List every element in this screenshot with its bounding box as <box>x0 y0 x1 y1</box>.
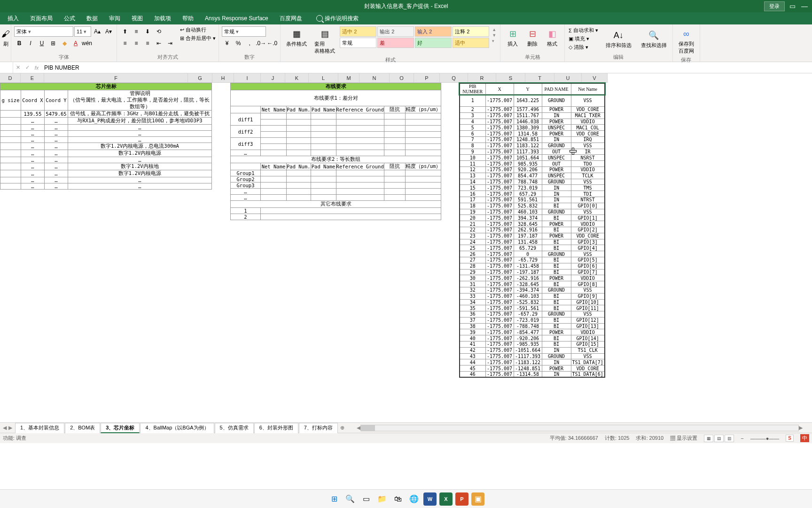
align-left-icon[interactable]: ≡ <box>120 38 130 48</box>
sheet-nav-buttons[interactable]: ◀▶ <box>0 425 15 431</box>
style-good[interactable]: 好 <box>415 38 452 48</box>
clear-button[interactable]: ◇ 清除 ▾ <box>568 43 599 51</box>
enter-formula-icon[interactable]: ✓ <box>23 64 32 71</box>
gallery-up-icon[interactable]: ▲ <box>492 27 496 32</box>
style-normal[interactable]: 常规 <box>340 38 376 48</box>
sheet-tab[interactable]: 4、BallMap（以BGA为例） <box>140 423 214 433</box>
name-box[interactable] <box>0 62 13 73</box>
column-header[interactable]: N <box>359 73 390 83</box>
font-color-button[interactable]: A <box>70 38 81 48</box>
decrease-font-icon[interactable]: A▾ <box>103 26 114 37</box>
table-row[interactable]: 6-1775.0071314.58POWERVDD_CORE <box>460 131 605 137</box>
table-row[interactable]: 8-1775.0071183.122GROUNDVSS <box>460 143 605 149</box>
fx-icon[interactable]: fx <box>32 65 41 71</box>
table-row[interactable]: 33-1775.007-460.103BIGPIO[9] <box>460 293 605 299</box>
table-row[interactable]: 28-1775.007-131.458BIGPIO[6] <box>460 263 605 269</box>
zoom-out-icon[interactable]: − <box>741 436 743 441</box>
table-row[interactable]: 3-1775.0071511.767INMAC1_TXER <box>460 112 605 119</box>
table-row[interactable]: 5-1775.0071380.309UNSPECMAC1_COL <box>460 125 605 131</box>
column-header[interactable]: V <box>582 73 608 83</box>
format-painter-button[interactable]: 🖌刷 <box>3 26 8 48</box>
table-row[interactable]: 1-1775.0071643.225GROUNDVSS <box>460 95 605 107</box>
table-row[interactable]: 42-1775.007-1051.664INTS1_CLK <box>460 347 605 353</box>
delete-cells-button[interactable]: ⊟删除 <box>523 26 542 48</box>
column-header[interactable]: K <box>285 73 309 83</box>
login-button[interactable]: 登录 <box>764 1 785 11</box>
column-header[interactable]: P <box>414 73 440 83</box>
ime-indicator[interactable]: S <box>786 435 794 442</box>
tab-baidu[interactable]: 百度网盘 <box>274 12 308 24</box>
underline-button[interactable]: U <box>37 38 47 48</box>
table-row[interactable]: 20-1775.007394.374BIGPIO[1] <box>460 215 605 221</box>
table-row[interactable]: 4-1775.0071446.038POWERVDDIO <box>460 119 605 125</box>
table-row[interactable]: 37-1775.007-723.019BIGPIO[12] <box>460 317 605 323</box>
table-row[interactable]: 27-1775.007-65.729BIGPIO[5] <box>460 257 605 263</box>
column-header[interactable]: S <box>496 73 525 83</box>
normal-view-icon[interactable]: ▦ <box>704 435 713 442</box>
column-header[interactable]: M <box>338 73 359 83</box>
table-row[interactable]: 16-1775.007657.29INTDI <box>460 191 605 197</box>
sort-filter-button[interactable]: A↓排序和筛选 <box>603 26 634 51</box>
gallery-more-icon[interactable]: ▾ <box>492 39 496 43</box>
indent-inc-icon[interactable]: ⇥ <box>165 38 175 48</box>
column-header[interactable]: H <box>212 73 234 83</box>
table-row[interactable]: 38-1775.007-788.748BIGPIO[13] <box>460 323 605 329</box>
column-header[interactable]: G <box>188 73 212 83</box>
table-row[interactable]: 21-1775.007328.645POWERVDDIO <box>460 221 605 227</box>
routing-req-table[interactable]: 布线要求 布线要求1：差分对 Net NamePad Num. Pad Name… <box>230 83 441 220</box>
table-row[interactable]: 45-1775.007-1248.851POWERVDD_CORE <box>460 365 605 372</box>
italic-button[interactable]: I <box>25 38 36 48</box>
align-center-icon[interactable]: ≡ <box>131 38 141 48</box>
table-row[interactable]: 24-1775.007131.458BIGPIO[3] <box>460 239 605 245</box>
column-headers[interactable]: DEFGHIJKLMNOPQRSTUV <box>0 73 812 83</box>
page-layout-view-icon[interactable]: ▤ <box>714 435 724 442</box>
table-row[interactable]: 44-1775.007-1183.122INTS1_DATA[7] <box>460 359 605 365</box>
bold-button[interactable]: B <box>14 38 24 48</box>
table-row[interactable]: 30-1775.007-262.916POWERVDDIO <box>460 275 605 281</box>
style-neutral2[interactable]: 适中 2 <box>340 26 376 37</box>
increase-font-icon[interactable]: A▴ <box>92 26 102 37</box>
sheet-tab[interactable]: 1、基本封装信息 <box>15 423 64 433</box>
table-row[interactable]: 9-1775.0071117.393OUTIR <box>460 149 605 155</box>
horizontal-scrollbar[interactable]: ◀ ▶ <box>347 425 812 431</box>
table-row[interactable]: 11-1775.007985.935OUTTDO <box>460 161 605 167</box>
style-output2[interactable]: 输出 2 <box>377 26 414 37</box>
orientation-icon[interactable]: ⟲ <box>154 26 164 37</box>
table-row[interactable]: 22-1775.007262.916BIGPIO[2] <box>460 227 605 233</box>
border-button[interactable]: ⊞ <box>48 38 58 48</box>
sheet-tab[interactable]: 5、仿真需求 <box>215 423 254 433</box>
table-row[interactable]: 26-1775.0070GROUNDVSS <box>460 251 605 257</box>
align-top-icon[interactable]: ⬆ <box>120 26 130 37</box>
column-header[interactable]: U <box>554 73 582 83</box>
font-size-combo[interactable]: 11▾ <box>74 26 91 37</box>
sheet-tab[interactable]: 7、打标内容 <box>299 423 338 433</box>
table-row[interactable]: 23-1775.007197.187POWERVDD_CORE <box>460 233 605 239</box>
save-baidu-button[interactable]: ∞保存到 百度网 <box>676 26 697 56</box>
table-row[interactable]: 40-1775.007-920.206BIGPIO[14] <box>460 335 605 341</box>
column-header[interactable]: Q <box>440 73 468 83</box>
gallery-down-icon[interactable]: ▼ <box>492 33 496 38</box>
sheet-tab[interactable]: 6、封装外形图 <box>254 423 298 433</box>
table-row[interactable]: 36-1775.007-657.29GROUNDVSS <box>460 311 605 318</box>
column-header[interactable]: T <box>525 73 554 83</box>
style-input2[interactable]: 输入 2 <box>415 26 452 37</box>
align-right-icon[interactable]: ≡ <box>142 38 153 48</box>
table-row[interactable]: 14-1775.007788.748GROUNDVSS <box>460 179 605 185</box>
table-row[interactable]: 12-1775.007920.206POWERVDDIO <box>460 167 605 173</box>
column-header[interactable]: E <box>21 73 44 83</box>
table-row[interactable]: 2-1775.0071577.496POWERVDD_CORE <box>460 107 605 113</box>
tab-ansys[interactable]: Ansys Response Surface <box>199 12 274 24</box>
table-row[interactable]: 34-1775.007-525.832BIGPIO[10] <box>460 299 605 305</box>
style-bad[interactable]: 差 <box>377 38 414 48</box>
column-header[interactable]: R <box>468 73 496 83</box>
format-as-table-button[interactable]: ▤套用 表格格式 <box>312 26 338 56</box>
align-bottom-icon[interactable]: ⬇ <box>142 26 153 37</box>
fill-color-button[interactable]: ◆ <box>59 38 70 48</box>
merge-center-button[interactable]: ⊞ 合并后居中 ▾ <box>180 35 216 42</box>
column-header[interactable]: O <box>390 73 414 83</box>
column-header[interactable]: J <box>261 73 285 83</box>
formula-input[interactable]: PIB NUMBER <box>41 64 812 71</box>
table-row[interactable]: 13-1775.007854.477UNSPECTCLK <box>460 173 605 179</box>
worksheet-grid[interactable]: DEFGHIJKLMNOPQRSTUV 芯片坐标 g size Coord X … <box>0 73 812 422</box>
table-row[interactable]: 32-1775.007-394.374GROUNDVSS <box>460 287 605 293</box>
